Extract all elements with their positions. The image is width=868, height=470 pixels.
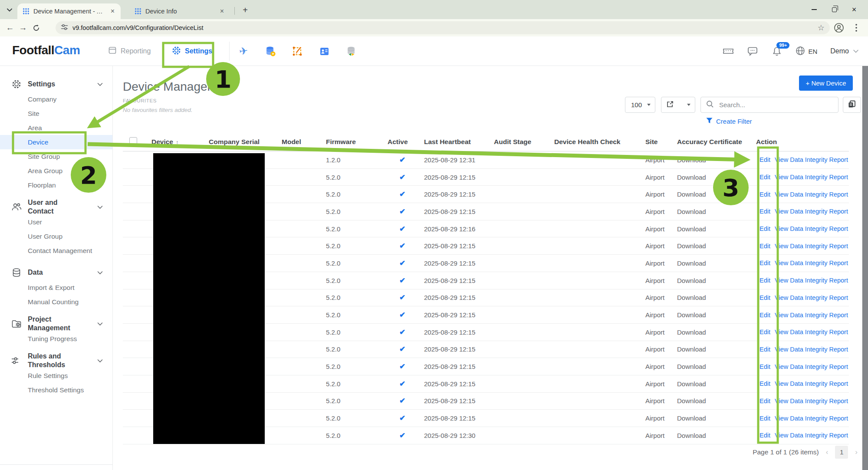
sidebar-item-contact-management[interactable]: Contact Management [0, 243, 112, 258]
accuracy-certificate-cell[interactable]: Download [674, 277, 753, 284]
edit-link[interactable]: Edit [760, 277, 770, 284]
accuracy-certificate-cell[interactable]: Download [674, 380, 753, 388]
edit-link[interactable]: Edit [760, 156, 770, 163]
page-size-select[interactable]: 100 [625, 97, 655, 113]
window-minimize-button[interactable] [810, 5, 819, 14]
new-device-button[interactable]: + New Device [799, 76, 853, 91]
view-report-link[interactable]: View Data Integrity Report [775, 380, 848, 387]
account-menu[interactable]: Demo [830, 47, 858, 55]
select-all-checkbox[interactable] [129, 137, 137, 145]
column-header-last-heartbeat[interactable]: Last Heartbeat [421, 138, 490, 146]
export-button[interactable] [661, 97, 695, 113]
sidebar-item-tuning-progress[interactable]: Tuning Progress [0, 332, 112, 346]
view-report-link[interactable]: View Data Integrity Report [775, 415, 848, 422]
voucher-icon[interactable] [723, 46, 734, 57]
sidebar-section-user-and-contact[interactable]: User and Contact [0, 199, 112, 215]
view-report-link[interactable]: View Data Integrity Report [775, 243, 848, 250]
window-close-button[interactable]: × [850, 5, 858, 14]
accuracy-certificate-cell[interactable]: Download [674, 311, 753, 319]
window-restore-button[interactable] [830, 5, 838, 14]
browser-menu-icon[interactable] [851, 22, 862, 33]
column-header-model[interactable]: Model [278, 138, 322, 146]
data-sync-icon[interactable] [345, 46, 357, 57]
nav-reporting[interactable]: Reporting [108, 36, 151, 66]
accuracy-certificate-cell[interactable]: Download [674, 242, 753, 250]
edit-link[interactable]: Edit [760, 432, 770, 439]
reload-icon[interactable] [30, 21, 43, 34]
url-text[interactable]: v9.footfallcam.com/v9/Configuration/Devi… [72, 24, 818, 31]
feedback-chat-icon[interactable] [747, 46, 758, 57]
sidebar-item-site[interactable]: Site [0, 106, 112, 121]
notifications-bell-icon[interactable]: 99+ [771, 46, 783, 57]
sidebar-item-import-export[interactable]: Import & Export [0, 280, 112, 295]
new-tab-button[interactable]: + [240, 4, 251, 16]
accuracy-certificate-cell[interactable]: Download [674, 208, 753, 215]
column-header-audit-stage[interactable]: Audit Stage [490, 138, 551, 146]
page-number-button[interactable]: 1 [835, 446, 848, 459]
search-box[interactable] [700, 97, 838, 113]
tab-device-info[interactable]: Device Info × [129, 4, 230, 18]
tab-device-management[interactable]: Device Management - Analytics × [17, 3, 121, 19]
edit-link[interactable]: Edit [760, 415, 770, 422]
accuracy-certificate-cell[interactable]: Download [674, 156, 753, 164]
sidebar-item-manual-counting[interactable]: Manual Counting [0, 295, 112, 309]
accuracy-certificate-cell[interactable]: Download [674, 397, 753, 404]
column-header-device[interactable]: Device↑ [148, 138, 205, 146]
column-header-firmware[interactable]: Firmware [322, 138, 384, 146]
sidebar-item-threshold-settings[interactable]: Threshold Settings [0, 383, 112, 397]
view-report-link[interactable]: View Data Integrity Report [775, 312, 848, 319]
accuracy-certificate-cell[interactable]: Download [674, 294, 753, 301]
view-report-link[interactable]: View Data Integrity Report [775, 174, 848, 181]
edit-link[interactable]: Edit [760, 243, 770, 250]
sidebar-section-settings[interactable]: Settings [0, 76, 112, 92]
view-report-link[interactable]: View Data Integrity Report [775, 260, 848, 266]
view-report-link[interactable]: View Data Integrity Report [775, 329, 848, 335]
edit-link[interactable]: Edit [760, 312, 770, 319]
edit-link[interactable]: Edit [760, 294, 770, 301]
site-info-icon[interactable] [61, 23, 68, 33]
sidebar-item-company[interactable]: Company [0, 92, 112, 106]
column-header-site[interactable]: Site [642, 138, 674, 146]
column-header-company-serial[interactable]: Company Serial [205, 138, 278, 146]
view-report-link[interactable]: View Data Integrity Report [775, 432, 848, 439]
travel-module-icon[interactable]: ✈ [237, 45, 250, 57]
search-input[interactable] [718, 101, 833, 109]
view-report-link[interactable]: View Data Integrity Report [775, 191, 848, 198]
column-header-accuracy-certificate[interactable]: Accuracy Certificate [674, 138, 753, 146]
next-page-icon[interactable]: › [853, 448, 859, 457]
id-card-icon[interactable] [319, 46, 330, 57]
sidebar-item-device[interactable]: Device [0, 135, 112, 149]
edit-link[interactable]: Edit [760, 380, 770, 387]
accuracy-certificate-cell[interactable]: Download [674, 345, 753, 353]
tab-search-chevron-icon[interactable] [3, 4, 16, 16]
floorplan-editor-icon[interactable] [292, 46, 303, 57]
profile-avatar-icon[interactable] [833, 22, 845, 33]
view-report-link[interactable]: View Data Integrity Report [775, 398, 848, 404]
view-report-link[interactable]: View Data Integrity Report [775, 346, 848, 353]
view-report-link[interactable]: View Data Integrity Report [775, 277, 848, 284]
accuracy-certificate-cell[interactable]: Download [674, 414, 753, 422]
accuracy-certificate-cell[interactable]: Download [674, 225, 753, 233]
view-report-link[interactable]: View Data Integrity Report [775, 156, 848, 163]
sidebar-item-floorplan[interactable]: Floorplan [0, 178, 112, 192]
view-report-link[interactable]: View Data Integrity Report [775, 208, 848, 215]
edit-link[interactable]: Edit [760, 174, 770, 181]
accuracy-certificate-cell[interactable]: Download [674, 191, 753, 198]
data-query-icon[interactable] [265, 46, 276, 57]
accuracy-certificate-cell[interactable]: Download [674, 363, 753, 370]
sidebar-item-user-group[interactable]: User Group [0, 229, 112, 243]
tab-close-icon[interactable]: × [110, 8, 115, 15]
view-report-link[interactable]: View Data Integrity Report [775, 363, 848, 370]
forward-icon[interactable]: → [16, 21, 30, 34]
address-bar[interactable]: v9.footfallcam.com/v9/Configuration/Devi… [56, 21, 830, 34]
edit-link[interactable]: Edit [760, 329, 770, 335]
column-header-action[interactable]: Action [753, 138, 849, 146]
sidebar-section-project-management[interactable]: Project Management [0, 316, 112, 332]
sidebar-item-area-group[interactable]: Area Group [0, 164, 112, 178]
back-icon[interactable]: ← [3, 21, 16, 34]
language-selector[interactable]: EN [796, 46, 817, 57]
sidebar-item-site-group[interactable]: Site Group [0, 149, 112, 164]
prev-page-icon[interactable]: ‹ [824, 448, 830, 457]
edit-link[interactable]: Edit [760, 346, 770, 353]
accuracy-certificate-cell[interactable]: Download [674, 174, 753, 181]
